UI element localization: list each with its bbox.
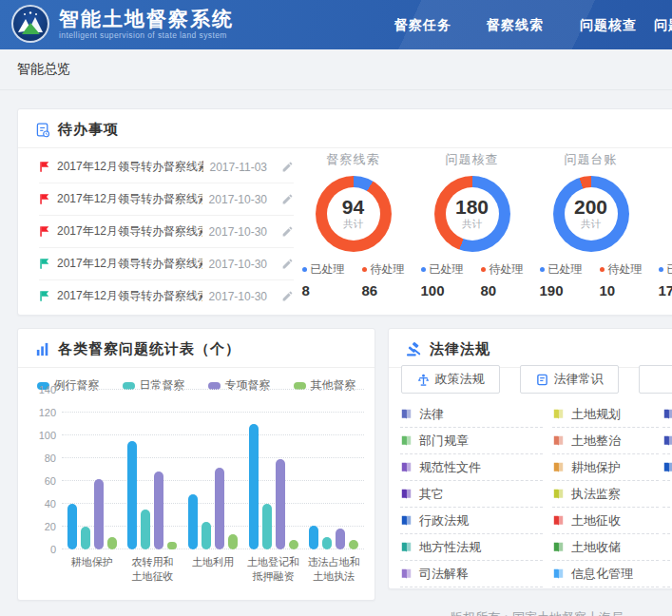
stat-pending-label: 待处理 — [362, 261, 405, 278]
law-link-label: 土地规划 — [571, 406, 621, 423]
laws-tabs: 政策法规法律常识 — [401, 365, 672, 394]
flag-icon — [39, 290, 50, 302]
laws-card-title: 法律法规 — [430, 340, 490, 358]
stat-processed-label: 已处理 — [421, 261, 464, 278]
book-icon — [400, 434, 413, 447]
law-link[interactable]: 法律 — [400, 401, 543, 428]
todo-item-text: 2017年12月领导转办督察线索 — [57, 223, 202, 240]
stat-title: 问题核查 — [413, 151, 531, 168]
nav-item-3[interactable]: 问题核查 — [580, 0, 637, 49]
law-link[interactable]: 行政法规 — [400, 508, 543, 534]
book-icon — [400, 408, 413, 420]
todo-item-date: 2017-10-30 — [209, 225, 267, 239]
law-link[interactable] — [662, 454, 672, 481]
law-link[interactable]: 土地规划 — [552, 401, 659, 428]
todo-row[interactable]: 2017年12月领导转办督察线索2017-10-30 — [39, 248, 294, 280]
brand[interactable]: 智能土地督察系统 intelligent supervision of stat… — [11, 5, 234, 43]
donut-total-label: 共计 — [462, 218, 482, 231]
law-link-label: 其它 — [419, 486, 444, 503]
stat-block-4: 督察任务共计已处理175待处理 — [650, 151, 672, 298]
book-icon — [662, 434, 672, 447]
bar-group — [243, 390, 304, 549]
law-link[interactable]: 耕地保护 — [552, 454, 659, 481]
stat-pending: 待处理80 — [481, 261, 524, 298]
bar-日常督察 — [202, 522, 211, 549]
law-link[interactable]: 土地收储 — [552, 534, 659, 561]
nav-item-2[interactable]: 督察线索 — [487, 0, 544, 49]
law-link[interactable]: 土地整治 — [552, 428, 659, 454]
law-link[interactable] — [662, 428, 672, 454]
stat-pending: 待处理86 — [362, 261, 405, 298]
law-link[interactable]: 司法解释 — [400, 561, 543, 587]
law-tab-label: 法律常识 — [554, 371, 604, 388]
law-link-label: 耕地保护 — [571, 459, 621, 476]
x-axis-label: 农转用和 土地征收 — [123, 555, 183, 584]
law-link[interactable]: 执法监察 — [552, 481, 659, 508]
processed-dot-icon — [659, 267, 663, 272]
stat-legend: 已处理190待处理10 — [531, 261, 650, 298]
stat-pending: 待处理10 — [600, 261, 643, 298]
app-subtitle: intelligent supervision of state land sy… — [59, 30, 234, 40]
x-axis-label: 违法占地和 土地执法 — [303, 555, 364, 584]
stat-legend: 已处理175待处理 — [650, 261, 672, 298]
scales-icon — [417, 374, 430, 386]
stat-processed: 已处理100 — [421, 261, 464, 298]
y-axis-tick: 100 — [28, 430, 56, 441]
chart-card-title: 各类督察问题统计表（个） — [58, 340, 240, 358]
todo-row[interactable]: 2017年12月领导转办督察线索2017-11-03 — [39, 151, 294, 183]
nav-item-4[interactable]: 问题台账 — [654, 0, 672, 49]
law-tab-3[interactable] — [639, 365, 672, 394]
todo-item-text: 2017年12月领导转办督察线索 — [57, 159, 203, 175]
bars-row — [62, 390, 364, 549]
todo-row[interactable]: 2017年12月领导转办督察线索2017-10-30 — [39, 280, 294, 312]
edit-pencil-icon[interactable] — [281, 290, 294, 302]
law-link[interactable]: 其它 — [400, 481, 543, 508]
y-axis-tick: 40 — [28, 498, 56, 510]
todo-card-title: 待办事项 — [58, 121, 119, 139]
laws-column-2: 土地规划土地整治耕地保护执法监察土地征收土地收储信息化管理 — [552, 401, 659, 587]
todo-item-text: 2017年12月领导转办督察线索 — [57, 288, 202, 304]
edit-pencil-icon[interactable] — [281, 225, 294, 238]
stat-processed-label: 已处理 — [302, 261, 345, 278]
book-icon — [552, 568, 565, 580]
bar-日常督察 — [81, 527, 90, 549]
law-link-label: 部门规章 — [419, 433, 469, 450]
nav-item-1[interactable]: 督察任务 — [394, 0, 451, 49]
todo-card-header: 待办事项 — [18, 109, 672, 148]
chart-x-labels: 耕地保护农转用和 土地征收土地利用土地登记和 抵押融资违法占地和 土地执法 — [62, 555, 364, 584]
edit-pencil-icon[interactable] — [281, 161, 294, 173]
todo-row[interactable]: 2017年12月领导转办督察线索2017-10-30 — [39, 216, 294, 248]
todo-row[interactable]: 2017年12月领导转办督察线索2017-10-30 — [39, 183, 294, 216]
bar-例行督察 — [309, 526, 318, 549]
law-link[interactable]: 土地征收 — [552, 508, 659, 534]
law-link[interactable]: 地方性法规 — [400, 534, 543, 561]
law-tab-1[interactable]: 政策法规 — [401, 365, 500, 394]
page-title: 智能总览 — [17, 61, 70, 78]
y-axis-tick: 120 — [28, 407, 56, 418]
processed-dot-icon — [540, 267, 545, 272]
law-link[interactable]: 信息化管理 — [552, 561, 659, 587]
book-icon — [662, 461, 672, 473]
bar-例行督察 — [127, 441, 137, 549]
bar-专项督察 — [276, 459, 285, 549]
law-link-label: 土地征收 — [571, 512, 621, 529]
edit-pencil-icon[interactable] — [281, 193, 294, 205]
bar-日常督察 — [141, 510, 150, 549]
law-link[interactable]: 规范性文件 — [400, 454, 543, 481]
todo-list: 2017年12月领导转办督察线索2017-11-032017年12月领导转办督察… — [39, 151, 294, 312]
stat-legend: 已处理8待处理86 — [294, 261, 413, 298]
stat-pending-label: 待处理 — [600, 261, 643, 278]
stat-title: 问题台账 — [531, 151, 650, 168]
law-link-label: 土地收储 — [571, 539, 621, 556]
law-link[interactable]: 部门规章 — [400, 428, 543, 454]
law-link[interactable] — [662, 401, 672, 428]
law-tab-2[interactable]: 法律常识 — [520, 365, 619, 394]
stat-processed-label: 已处理 — [540, 261, 583, 278]
book-icon — [552, 541, 565, 553]
top-navbar: 智能土地督察系统 intelligent supervision of stat… — [0, 0, 672, 49]
chart-card-header: 各类督察问题统计表（个） — [18, 329, 374, 368]
edit-pencil-icon[interactable] — [281, 258, 294, 270]
todo-item-date: 2017-11-03 — [210, 161, 268, 174]
stat-processed-value: 100 — [421, 282, 464, 298]
law-row-empty — [662, 534, 672, 561]
